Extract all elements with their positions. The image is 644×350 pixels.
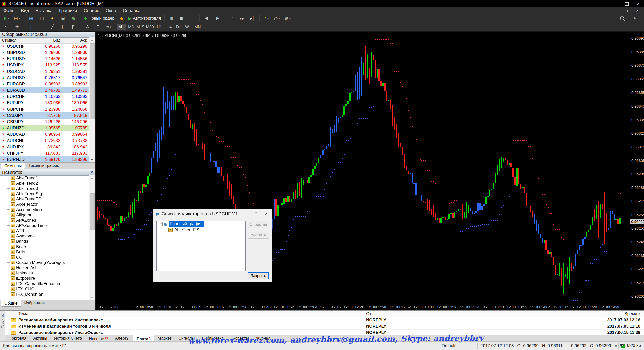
navigator-item-accelerator[interactable]: ƒAccelerator xyxy=(0,202,89,207)
market-watch-row-eurnzd[interactable]: ▼EURNZD1.581761.58296 xyxy=(0,156,89,163)
market-watch-row-audcad[interactable]: ▼AUDCAD0.989540.99054 xyxy=(0,131,89,137)
market-watch-tab-0[interactable]: Символы xyxy=(1,163,25,169)
profiles-button[interactable]: ▤▾ xyxy=(12,15,22,22)
scroll-up-icon[interactable]: ▲ xyxy=(89,175,95,181)
timeframe-m15[interactable]: M15 xyxy=(136,24,145,30)
metaeditor-button[interactable]: ◆ xyxy=(116,15,127,22)
zoom-out-button[interactable]: ⊖ xyxy=(212,15,222,22)
navigator-item-bears[interactable]: ƒBears xyxy=(0,244,89,249)
column-bid[interactable]: Бид xyxy=(53,38,60,43)
dialog-button-2[interactable]: Закрыть xyxy=(248,272,269,279)
navigator-item-iexposure[interactable]: ƒiExposure xyxy=(0,276,89,281)
mail-row[interactable]: Расписание вебинаров от ИнстаФорексNOREP… xyxy=(5,317,644,323)
navigator-item-ifx-camarillaequation[interactable]: ƒIFX_CamarillaEquation xyxy=(0,281,89,286)
market-watch-row-gbpusd[interactable]: ▲GBPUSD1.288061.28836 xyxy=(0,49,89,56)
terminal-tab-4[interactable]: Алерты xyxy=(112,335,133,342)
terminal-tab-2[interactable]: История Счета xyxy=(51,335,86,342)
new-chart-button[interactable]: ▥▾ xyxy=(1,15,11,22)
chart-bars-button[interactable]: ||| xyxy=(166,15,176,22)
channel-button[interactable]: ∥ xyxy=(58,24,68,31)
column-from[interactable]: От xyxy=(366,311,371,317)
navigator-item-accumulation[interactable]: ƒAccumulation xyxy=(0,207,89,212)
strategy-tester-button[interactable]: ▧ xyxy=(68,15,78,22)
navigator-item-ifx-donchian[interactable]: ƒIFX_Donchian xyxy=(0,292,89,297)
auto-trading-button[interactable]: ▶Авто-торговля xyxy=(127,15,162,22)
scroll-down-icon[interactable]: ▼ xyxy=(89,295,95,300)
market-watch-row-eurchf[interactable]: ▲EURCHF1.102631.10293 xyxy=(0,93,89,100)
navigator-item-bands[interactable]: ƒBands xyxy=(0,239,89,244)
market-watch-row-usdchf[interactable]: ▼USDCHF0.962600.96290 xyxy=(0,43,89,49)
indicators-button[interactable]: ƒ▾ xyxy=(261,15,271,22)
navigator-item-abletrend2[interactable]: ƒAbleTrend2 xyxy=(0,181,89,186)
navigator-item-ichimoku[interactable]: ƒIchimoku xyxy=(0,270,89,276)
horizontal-line-button[interactable]: ─ xyxy=(36,24,47,31)
navigator-item-atr[interactable]: ƒATR xyxy=(0,228,89,233)
close-button[interactable]: × xyxy=(632,0,644,7)
scroll-up-icon[interactable]: ▲ xyxy=(89,37,95,43)
market-watch-row-audnzd[interactable]: ▲AUDNZD1.056651.05785 xyxy=(0,125,89,131)
navigator-item-bulls[interactable]: ƒBulls xyxy=(0,249,89,255)
scrollbar-thumb[interactable] xyxy=(90,193,95,230)
chart-restore-button[interactable] xyxy=(625,8,632,13)
text-label-button[interactable]: T xyxy=(93,24,103,31)
navigator-item-apazones[interactable]: ƒAPAZones xyxy=(0,218,89,223)
navigator-item-cci[interactable]: ƒCCI xyxy=(0,255,89,260)
navigator-item-apazones-time[interactable]: ƒAPAZones Time xyxy=(0,223,89,228)
periods-button[interactable]: ◷▾ xyxy=(272,15,282,22)
navigator-close-icon[interactable]: × xyxy=(90,170,94,174)
menu-item-4[interactable]: Сервис xyxy=(80,7,102,14)
timeframe-m1[interactable]: M1 xyxy=(117,24,126,30)
search-button[interactable] xyxy=(617,15,627,22)
timeframe-d1[interactable]: D1 xyxy=(174,24,183,30)
menu-item-3[interactable]: Графики xyxy=(56,7,80,14)
market-watch-row-usdjpy[interactable]: ▼USDJPY113.525113.555 xyxy=(0,62,89,68)
market-watch-row-gbpjpy[interactable]: ▼GBPJPY146.226146.296 xyxy=(0,119,89,125)
timeframe-h4[interactable]: H4 xyxy=(165,24,174,30)
crosshair-button[interactable]: ✚ xyxy=(12,24,22,31)
chart-minimize-button[interactable] xyxy=(617,8,624,13)
terminal-side-tab[interactable]: Терминал xyxy=(0,311,5,342)
timeframe-h1[interactable]: H1 xyxy=(155,24,164,30)
timeframe-w1[interactable]: W1 xyxy=(184,24,193,30)
market-watch-row-euraud[interactable]: ▼EURAUD1.497011.49771 xyxy=(0,87,89,93)
market-watch-button[interactable]: ▦ xyxy=(26,15,36,22)
column-subject[interactable]: Тема xyxy=(18,311,28,317)
one-click-trading-arrow[interactable]: ▼ xyxy=(97,33,100,36)
minimize-button[interactable] xyxy=(609,0,621,7)
navigator-item-alligator[interactable]: ƒAlligator xyxy=(0,212,89,218)
terminal-tab-0[interactable]: Торговля xyxy=(6,335,30,342)
mail-row[interactable]: Изменения в расписании торгов 3 и 4 июля… xyxy=(5,323,644,330)
templates-button[interactable]: ▨▾ xyxy=(283,15,293,22)
market-watch-row-audchf[interactable]: ▼AUDCHF0.736330.73733 xyxy=(0,137,89,144)
chart-line-button[interactable]: ~ xyxy=(187,15,197,22)
navigator-item-awesome[interactable]: ƒAwesome xyxy=(0,233,89,239)
status-profile[interactable]: Default xyxy=(442,343,455,348)
navigator-item-heiken-ashi[interactable]: ƒHeiken Ashi xyxy=(0,265,89,270)
fibonacci-button[interactable]: Ƒ xyxy=(68,24,78,31)
navigator-item-abletrend3[interactable]: ƒAbleTrend3 xyxy=(0,186,89,191)
market-watch-row-usdcad[interactable]: ▼USDCAD1.293511.29381 xyxy=(0,68,89,75)
chart-candles-button[interactable]: ▮▯ xyxy=(177,15,187,22)
navigator-item-abletrendts[interactable]: ƒAbleTrendTS xyxy=(0,196,89,202)
chart-close-button[interactable]: × xyxy=(634,8,641,13)
data-window-button[interactable]: ◫ xyxy=(36,15,47,22)
terminal-tab-6[interactable]: Маркет xyxy=(154,335,175,342)
text-button[interactable]: A xyxy=(82,24,92,31)
column-time[interactable]: Время∧ xyxy=(624,311,640,317)
navigator-item-abletrend1[interactable]: ƒAbleTrend1 xyxy=(0,175,89,181)
navigator-item-abletrendsig[interactable]: ƒAbleTrendSig xyxy=(0,191,89,196)
tile-windows-button[interactable]: ▢ xyxy=(226,15,236,22)
timeframe-m30[interactable]: M30 xyxy=(145,24,154,30)
terminal-button[interactable]: ▣ xyxy=(58,15,68,22)
market-watch-tab-1[interactable]: Тиковый график xyxy=(25,163,62,169)
terminal-tab-5[interactable]: Почта4 xyxy=(133,335,154,342)
scrollbar-thumb[interactable] xyxy=(90,43,95,119)
column-ask[interactable]: Аск xyxy=(80,38,87,43)
market-watch-row-eurjpy[interactable]: ▼EURJPY130.036130.066 xyxy=(0,100,89,106)
navigator-tab-1[interactable]: Избранное xyxy=(21,300,48,307)
market-watch-row-eurusd[interactable]: ▼EURUSD1.145261.14556 xyxy=(0,56,89,62)
navigator-scrollbar[interactable]: ▲ ▼ xyxy=(89,175,95,300)
new-order-button[interactable]: ✚Новый ордер xyxy=(82,15,116,22)
menu-item-6[interactable]: Справка xyxy=(119,7,144,14)
menu-item-1[interactable]: Вид xyxy=(18,7,32,14)
